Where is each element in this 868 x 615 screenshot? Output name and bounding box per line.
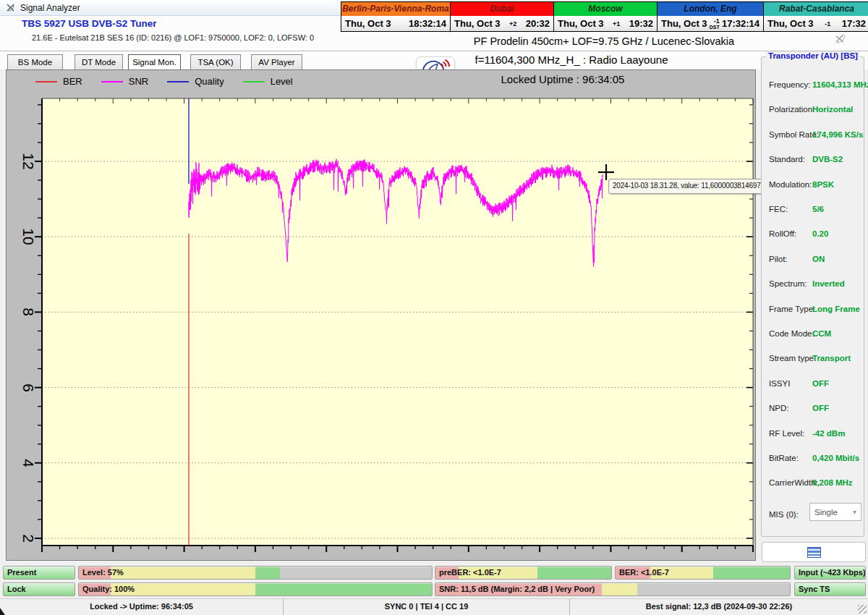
indicator-lock: Lock	[3, 582, 75, 596]
legend-line-swatch	[243, 81, 265, 82]
clock-offset: +2	[509, 20, 516, 27]
mis-dropdown[interactable]: Single ▾	[809, 503, 861, 521]
clock-city-label: Dubai	[451, 2, 553, 16]
field-label-frequency: Frequency:	[769, 80, 811, 89]
clock-offset: -1	[825, 20, 830, 27]
transponder-list-button[interactable]	[762, 542, 866, 562]
clock-moscow: Moscow Thu, Oct 3+1 19:32	[554, 2, 657, 31]
field-label-rolloff: RollOff:	[769, 229, 796, 238]
list-icon	[807, 547, 821, 558]
y-axis-label-6: 6	[20, 376, 37, 400]
field-value-npd: OFF	[812, 404, 829, 412]
clock-time: 20:32	[526, 18, 550, 29]
legend-level: Level	[243, 76, 293, 87]
gauge-snr: SNR: 11,5 dB (Margin: 2,2 dB | Very Poor…	[435, 582, 791, 596]
clock-offset: +1	[613, 20, 620, 27]
mis-label: MIS (0):	[769, 510, 799, 519]
legend-label: BER	[63, 76, 82, 87]
clock-time-row: Thu, Oct 3-1DST 17:32:14	[658, 16, 763, 31]
clock-time-row: Thu, Oct 3 18:32:14	[341, 16, 450, 31]
tuner-name: TBS 5927 USB DVB-S2 Tuner	[22, 18, 157, 29]
transponder-panel-title: Transponder (AU) [BS]	[766, 51, 860, 60]
status-sync-counters: SYNC 0 | TEI 4 | CC 19	[284, 599, 570, 615]
gauge-preber: preBER: <1.0E-7	[435, 566, 612, 580]
chevron-down-icon: ▾	[853, 508, 856, 516]
field-label-issyi: ISSYI	[769, 379, 790, 388]
status-lock-uptime: Locked -> Uptime: 96:34:05	[0, 599, 284, 615]
field-value-bitrate: 0,420 Mbit/s	[812, 454, 859, 462]
clock-offset: -1DST	[710, 17, 720, 30]
field-label-spectrum: Spectrum:	[769, 279, 807, 288]
clock-city-label: Moscow	[554, 2, 657, 16]
y-axis-label-12: 12	[20, 149, 37, 174]
tab-tsa-ok[interactable]: TSA (OK)	[190, 54, 241, 70]
field-label-code-mode: Code Mode:	[769, 329, 814, 338]
field-label-fec: FEC:	[769, 205, 788, 213]
y-axis-label-10: 10	[20, 224, 37, 249]
indicator-present: Present	[3, 566, 75, 580]
window-edge	[0, 608, 5, 615]
satellite-icon	[833, 32, 849, 45]
field-value-modulation: 8PSK	[812, 180, 834, 189]
clock-city-label: Rabat-Casablanca	[764, 2, 868, 16]
clock-dubai: Dubai Thu, Oct 3+2 20:32	[451, 2, 553, 31]
chart-tooltip: 2024-10-03 18.31.28, value: 11,600000381…	[608, 179, 765, 194]
field-label-pilot: Pilot:	[769, 255, 788, 263]
clock-date: Thu, Oct 3	[661, 18, 707, 29]
field-label-carrierwidth: CarrierWidth:	[769, 478, 818, 487]
world-clock-table: Berlin-Paris-Vienna-Roma Thu, Oct 3 18:3…	[341, 1, 868, 32]
gauge-level: Level: 57%	[78, 566, 433, 580]
tab-av-player[interactable]: AV Player	[251, 54, 302, 70]
app-dish-icon	[6, 3, 16, 13]
mis-dropdown-value: Single	[814, 508, 838, 517]
clock-time-row: Thu, Oct 3+1 19:32	[554, 16, 657, 31]
legend-line-swatch	[101, 81, 123, 82]
gauge-ber: BER: <1.0E-7	[615, 566, 791, 580]
clock-time: 19:32	[629, 18, 653, 29]
field-value-polarization: Horizontal	[812, 105, 853, 114]
field-label-rf-level: RF Level:	[769, 429, 804, 438]
indicator-input-423-kbps: Input (~423 Kbps)	[794, 566, 866, 580]
field-label-polarization: Polarization:	[769, 105, 814, 114]
plot-background	[42, 98, 753, 546]
clock-time: 17:32	[842, 18, 866, 29]
clock-time-row: Thu, Oct 3-1 17:32	[764, 16, 868, 31]
chart-legend: BERSNRQualityLevel	[35, 76, 293, 87]
locked-uptime: Locked Uptime : 96:34:05	[418, 73, 707, 85]
tab-bs-mode[interactable]: BS Mode	[7, 54, 63, 70]
y-axis-label-2: 2	[20, 526, 37, 551]
transponder-panel: Transponder (AU) [BS] Frequency:11604,31…	[761, 56, 864, 537]
legend-quality: Quality	[167, 76, 224, 87]
field-label-modulation: Modulation:	[769, 180, 812, 189]
field-value-symbol-rate: 174,996 KS/s	[812, 130, 863, 139]
status-bar: Locked -> Uptime: 96:34:05 SYNC 0 | TEI …	[0, 598, 868, 615]
snr-plot[interactable]	[7, 70, 755, 560]
divider	[0, 51, 868, 52]
field-value-frequency: 11604,313 MHz	[812, 80, 868, 89]
legend-snr: SNR	[101, 76, 148, 87]
legend-label: Quality	[195, 76, 224, 87]
resize-grip[interactable]	[858, 605, 867, 614]
field-value-frame-type: Long Frame	[812, 305, 860, 313]
signal-analyzer-window: Signal Analyzer TBS 5927 USB DVB-S2 Tune…	[0, 0, 868, 615]
field-value-pilot: ON	[812, 255, 825, 263]
clock-time: 18:32:14	[409, 18, 446, 29]
clock-date: Thu, Oct 3	[454, 18, 501, 29]
tab-dt-mode[interactable]: DT Mode	[75, 54, 123, 70]
clock-rabat-casablanca: Rabat-Casablanca Thu, Oct 3-1 17:32	[764, 2, 868, 31]
legend-label: Level	[271, 76, 293, 87]
field-label-npd: NPD:	[769, 404, 788, 412]
signal-chart-panel: BERSNRQualityLevel Locked Uptime : 96:34…	[6, 69, 756, 561]
gauge-quality: Quality: 100%	[78, 582, 433, 596]
tab-signal-mon[interactable]: Signal Mon.	[128, 54, 181, 70]
y-axis-label-8: 8	[20, 300, 37, 324]
field-value-rolloff: 0.20	[812, 229, 828, 238]
field-value-issyi: OFF	[812, 379, 829, 388]
window-title: Signal Analyzer	[20, 3, 80, 13]
field-value-stream-type: Transport	[812, 354, 851, 362]
clock-london-eng: London, Eng Thu, Oct 3-1DST 17:32:14	[658, 2, 763, 31]
field-label-standard: Standard:	[769, 155, 805, 164]
clock-date: Thu, Oct 3	[767, 18, 814, 29]
field-label-bitrate: BitRate:	[769, 454, 799, 462]
legend-ber: BER	[35, 76, 82, 87]
